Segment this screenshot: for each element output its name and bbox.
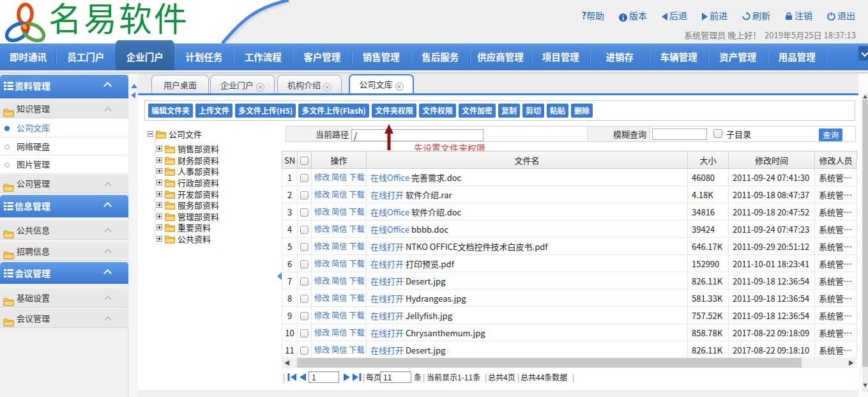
资料管理[interactable]: 资料管理 — [0, 75, 128, 98]
工具栏: 编辑文件夹上传文件多文件上传(H5)多文件上传(Flash)文件夹权限文件权限文… — [144, 100, 855, 121]
更多菜单[interactable] — [858, 46, 868, 61]
logo文字: 名易软件 — [49, 2, 189, 39]
文件列表: SN操作文件名大小修改时间修改人员 1修改 简信 下载在线Office 完善需求… — [282, 151, 857, 359]
页头: 名易软件 ?帮助i版本后退前进刷新注销退出 系统管理员 晚上好！ 2019年5月… — [0, 0, 868, 43]
问候语: 系统管理员 晚上好！ 2019年5月25日 18:37:13 — [684, 29, 856, 41]
纵向滚动条: ▲ ▼ — [862, 93, 868, 392]
横向滚动条: ◀ ▶ — [282, 357, 857, 368]
选项卡: 用户桌面 企业门户✕ 机构介绍✕ 公司文库✕ — [138, 74, 858, 93]
批注箭头 — [383, 124, 395, 151]
会议管理[interactable]: 会议管理 — [0, 262, 128, 284]
主导航: 即时通讯 员工门户 企业门户 计划任务 工作流程 客户管理 销售管理 售后服务 … — [0, 43, 868, 70]
信息管理[interactable]: 信息管理 — [0, 195, 128, 217]
文件夹树: 公司文件 销售部资料 财务部资料 人事部资料 行政部资料 开发部资料 服务部资料… — [148, 127, 282, 357]
树折叠[interactable] — [277, 272, 282, 280]
查询按钮[interactable]: 查询 — [819, 128, 842, 141]
分页栏: | 1 | 每页 11 条 | 当前显示1-11条 | 总共4页 | 总共44条… — [281, 370, 857, 385]
页面: 名易软件 ?帮助i版本后退前进刷新注销退出 系统管理员 晚上好！ 2019年5月… — [0, 0, 868, 397]
分隔条 — [129, 74, 138, 397]
顶部链接: ?帮助i版本后退前进刷新注销退出 — [581, 8, 855, 20]
搜索栏: 当前路径 模糊查询 子目录 查询 — [286, 126, 856, 142]
